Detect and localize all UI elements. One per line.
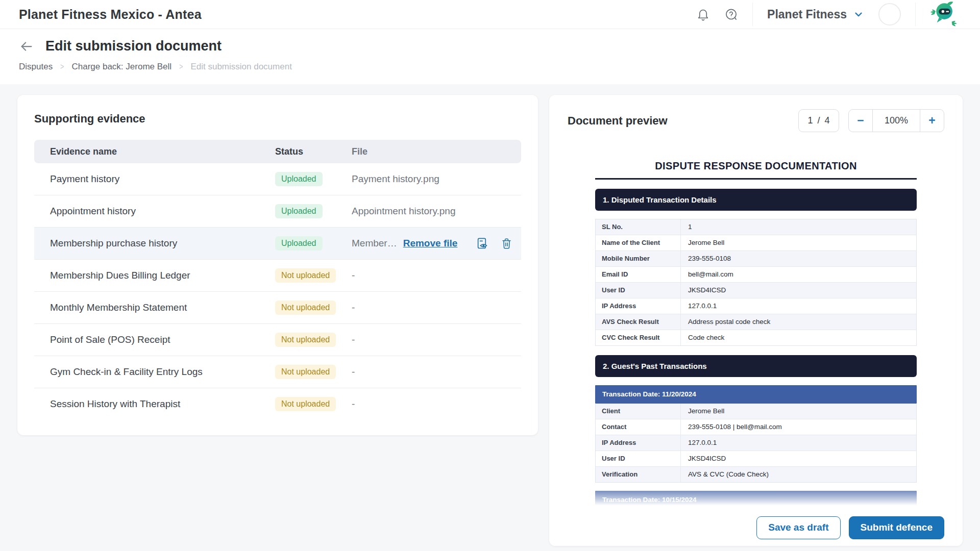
column-header-status: Status <box>275 146 352 157</box>
remove-file-link[interactable]: Remove file <box>403 238 458 249</box>
doc-table-row: IP Address127.0.0.1 <box>596 298 916 314</box>
status-badge: Not uploaded <box>275 300 336 315</box>
avatar[interactable] <box>878 3 901 26</box>
file-name: - <box>352 270 355 281</box>
table-row[interactable]: Appointment historyUploadedAppointment h… <box>34 195 521 228</box>
doc-field-label: IP Address <box>596 298 681 314</box>
supporting-evidence-panel: Supporting evidence Evidence name Status… <box>17 95 538 435</box>
doc-field-label: CVC Check Result <box>596 330 681 345</box>
doc-field-label: User ID <box>596 451 681 466</box>
page-separator: / <box>817 115 820 126</box>
preview-panel-title: Document preview <box>568 114 668 128</box>
evidence-table-body: Payment historyUploadedPayment history.p… <box>34 163 521 420</box>
table-row[interactable]: Point of Sale (POS) ReceiptNot uploaded- <box>34 324 521 356</box>
page-header: Edit submission document Disputes>Charge… <box>0 29 980 84</box>
evidence-name: Gym Check-in & Facility Entry Logs <box>34 366 275 378</box>
table-row[interactable]: Gym Check-in & Facility Entry LogsNot up… <box>34 356 521 388</box>
file-cell: Appointment history.png <box>352 206 521 217</box>
table-row[interactable]: Payment historyUploadedPayment history.p… <box>34 163 521 195</box>
doc-field-value: Code check <box>681 330 916 345</box>
divider <box>752 3 753 26</box>
document-viewport[interactable]: DISPUTE RESPONSE DOCUMENTATION 1. Disput… <box>549 146 963 509</box>
evidence-name: Payment history <box>34 173 275 185</box>
page-indicator[interactable]: 1 / 4 <box>798 109 839 132</box>
help-icon[interactable] <box>724 8 738 21</box>
doc-field-value: JKSD4ICSD <box>681 283 916 298</box>
breadcrumb-chevron-icon: > <box>60 62 64 71</box>
status-cell: Uploaded <box>275 172 352 186</box>
table-row[interactable]: Monthly Membership StatementNot uploaded… <box>34 292 521 324</box>
doc-field-value: bell@mail.com <box>681 267 916 282</box>
doc-field-label: Contact <box>596 419 681 435</box>
evidence-name: Monthly Membership Statement <box>34 302 275 313</box>
submit-defence-button[interactable]: Submit defence <box>849 516 944 539</box>
file-name: - <box>352 302 355 313</box>
column-header-evidence-name: Evidence name <box>34 146 275 157</box>
app-title: Planet Fitness Mexico - Antea <box>19 7 202 22</box>
table-row[interactable]: Session History with TherapistNot upload… <box>34 388 521 420</box>
status-badge: Not uploaded <box>275 268 336 283</box>
doc-field-label: Verification <box>596 467 681 482</box>
assistant-mascot-icon[interactable] <box>930 2 960 27</box>
doc-section-header: 2. Guest's Past Transactions <box>595 355 917 377</box>
doc-field-label: Name of the Client <box>596 235 681 251</box>
doc-section-header: 1. Disputed Transaction Details <box>595 189 917 211</box>
delete-file-icon[interactable] <box>500 237 513 250</box>
file-name: - <box>352 366 355 378</box>
preview-controls: 1 / 4 − 100% + <box>798 109 944 132</box>
status-cell: Not uploaded <box>275 365 352 379</box>
breadcrumb: Disputes>Charge back: Jerome Bell>Edit s… <box>19 62 980 72</box>
doc-table: ClientJerome BellContact239-555-0108 | b… <box>595 404 917 483</box>
evidence-name: Appointment history <box>34 206 275 217</box>
save-as-draft-button[interactable]: Save as draft <box>756 516 840 539</box>
document-body: 1. Disputed Transaction DetailsSL No.1Na… <box>595 189 917 509</box>
doc-field-value: 1 <box>681 219 916 235</box>
document-page: DISPUTE RESPONSE DOCUMENTATION 1. Disput… <box>595 146 917 509</box>
file-cell: - <box>352 334 521 345</box>
doc-field-value: 127.0.0.1 <box>681 298 916 314</box>
doc-field-label: User ID <box>596 283 681 298</box>
notifications-bell-icon[interactable] <box>696 8 710 21</box>
zoom-out-button[interactable]: − <box>849 110 872 132</box>
row-actions <box>475 237 519 251</box>
evidence-name: Membership Dues Billing Ledger <box>34 270 275 281</box>
doc-field-value: 239-555-0108 <box>681 251 916 266</box>
content-area: Supporting evidence Evidence name Status… <box>0 84 980 551</box>
breadcrumb-chevron-icon: > <box>179 62 183 71</box>
zoom-in-button[interactable]: + <box>920 110 944 132</box>
doc-field-value: Jerome Bell <box>681 404 916 419</box>
table-row[interactable]: Membership purchase historyUploadedMembe… <box>34 228 521 260</box>
file-cell: - <box>352 398 521 410</box>
file-name: Member… <box>352 238 397 249</box>
doc-field-value: JKSD4ICSD <box>681 451 916 466</box>
evidence-name: Point of Sale (POS) Receipt <box>34 334 275 345</box>
preview-header: Document preview 1 / 4 − 100% + <box>549 95 963 132</box>
status-cell: Not uploaded <box>275 333 352 347</box>
doc-field-label: SL No. <box>596 219 681 235</box>
doc-field-label: Email ID <box>596 267 681 282</box>
document-preview-panel: Document preview 1 / 4 − 100% + <box>549 95 963 546</box>
org-selector-label: Planet Fitness <box>767 8 847 21</box>
document-title: DISPUTE RESPONSE DOCUMENTATION <box>595 160 917 172</box>
status-badge: Not uploaded <box>275 397 336 411</box>
doc-table-row: User IDJKSD4ICSD <box>596 283 916 298</box>
back-button[interactable] <box>19 39 34 54</box>
doc-table-row: Mobile Number239-555-0108 <box>596 251 916 267</box>
file-name: - <box>352 334 355 345</box>
doc-table-row: VerificationAVS & CVC (Code Check) <box>596 467 916 482</box>
status-cell: Not uploaded <box>275 300 352 315</box>
org-selector[interactable]: Planet Fitness <box>767 8 864 21</box>
page-total: 4 <box>825 115 830 126</box>
table-row[interactable]: Membership Dues Billing LedgerNot upload… <box>34 260 521 292</box>
preview-file-icon[interactable] <box>475 237 489 251</box>
doc-field-label: AVS Check Result <box>596 314 681 330</box>
breadcrumb-item: Edit submission document <box>190 62 291 72</box>
status-cell: Uploaded <box>275 204 352 218</box>
status-cell: Not uploaded <box>275 268 352 283</box>
breadcrumb-item[interactable]: Disputes <box>19 62 53 72</box>
file-cell: - <box>352 366 521 378</box>
doc-field-label: IP Address <box>596 435 681 450</box>
breadcrumb-item[interactable]: Charge back: Jerome Bell <box>71 62 172 72</box>
doc-table-row: SL No.1 <box>596 219 916 235</box>
file-name: Payment history.png <box>352 173 439 185</box>
